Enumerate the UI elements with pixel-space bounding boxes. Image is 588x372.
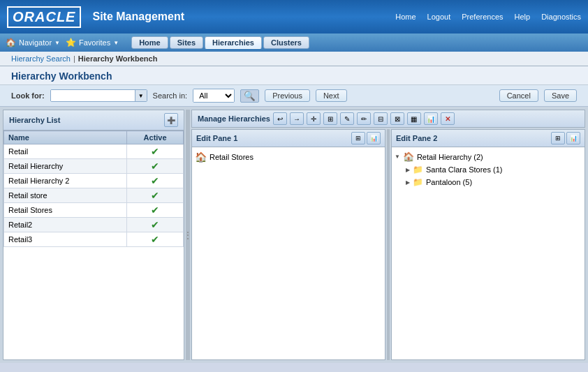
row-active: ✔ bbox=[127, 159, 184, 174]
sub-header: 🏠 Navigator ▼ ⭐ Favorites ▼ Home Sites H… bbox=[0, 34, 588, 52]
manage-delete-icon[interactable]: ⊠ bbox=[390, 112, 404, 125]
row-active: ✔ bbox=[127, 188, 184, 203]
preferences-link[interactable]: Preferences bbox=[462, 13, 503, 21]
edit-pane-1: Edit Pane 1 ⊞ 📊 🏠 Retail Stores bbox=[191, 129, 385, 360]
row-name: Retail store bbox=[4, 188, 127, 203]
col-header-active: Active bbox=[127, 131, 184, 144]
hierarchy-list-title: Hierarchy List bbox=[9, 116, 60, 124]
breadcrumb-hierarchy-search[interactable]: Hierarchy Search bbox=[11, 54, 71, 63]
row-name: Retail3 bbox=[4, 232, 127, 247]
tree-expand-icon-2: ▶ bbox=[406, 179, 410, 186]
edit-pane-divider bbox=[387, 129, 390, 360]
manage-remove-icon[interactable]: ⊟ bbox=[374, 112, 388, 125]
search-input-group: ▼ bbox=[50, 89, 147, 102]
row-name: Retail Hierarchy bbox=[4, 159, 127, 174]
page-title-area: Hierarchy Workbench bbox=[0, 66, 588, 85]
table-row[interactable]: Retail Hierarchy 2✔ bbox=[4, 174, 184, 188]
tree-item-retail-stores[interactable]: 🏠 Retail Stores bbox=[195, 150, 382, 164]
app-title: Site Management bbox=[92, 10, 395, 23]
edit-pane-1-header: Edit Pane 1 ⊞ 📊 bbox=[192, 130, 385, 147]
navigator-arrow-icon: ▼ bbox=[54, 40, 60, 46]
manage-close-icon[interactable]: ✕ bbox=[441, 112, 455, 125]
tree-children: ▶ 📁 Santa Clara Stores (1) ▶ 📁 Pantaloon… bbox=[395, 163, 582, 188]
table-row[interactable]: Retail2✔ bbox=[4, 218, 184, 232]
row-active: ✔ bbox=[127, 232, 184, 247]
diagnostics-link[interactable]: Diagnostics bbox=[541, 13, 581, 21]
edit-pane-1-content: 🏠 Retail Stores bbox=[192, 147, 385, 359]
manage-chart-icon[interactable]: 📊 bbox=[424, 112, 438, 125]
tree-root-icon: 🏠 bbox=[403, 151, 414, 162]
pane2-chart-icon[interactable]: 📊 bbox=[566, 132, 580, 144]
previous-button[interactable]: Previous bbox=[265, 89, 310, 102]
hierarchy-list-header: Hierarchy List ➕ bbox=[3, 110, 184, 131]
search-dropdown-arrow[interactable]: ▼ bbox=[135, 90, 147, 101]
edit-pane-2: Edit Pane 2 ⊞ 📊 ▼ 🏠 Retail Hierarchy (2) bbox=[391, 129, 585, 360]
pane1-chart-icon[interactable]: 📊 bbox=[367, 132, 381, 144]
tree-item-pantaloon[interactable]: ▶ 📁 Pantaloon (5) bbox=[406, 176, 582, 188]
row-active: ✔ bbox=[127, 218, 184, 232]
manage-edit2-icon[interactable]: ✏ bbox=[357, 112, 371, 125]
navigator-btn[interactable]: 🏠 Navigator ▼ bbox=[6, 38, 60, 47]
add-hierarchy-button[interactable]: ➕ bbox=[164, 113, 178, 127]
add-icon: ➕ bbox=[167, 117, 175, 124]
table-row[interactable]: Retail store✔ bbox=[4, 188, 184, 203]
manage-redo-icon[interactable]: → bbox=[290, 112, 304, 125]
favorites-arrow-icon: ▼ bbox=[113, 40, 119, 46]
panel-divider[interactable] bbox=[186, 110, 190, 360]
manage-add-icon[interactable]: ✛ bbox=[307, 112, 321, 125]
manage-edit-icon[interactable]: ✎ bbox=[340, 112, 354, 125]
tree-item-label: Retail Stores bbox=[210, 153, 253, 161]
tab-hierarchies[interactable]: Hierarchies bbox=[205, 36, 262, 49]
row-active: ✔ bbox=[127, 174, 184, 188]
table-row[interactable]: Retail✔ bbox=[4, 144, 184, 159]
folder-icon: 📁 bbox=[413, 165, 423, 174]
toolbar: Look for: ▼ Search in: AllNameActive 🔍 P… bbox=[0, 85, 588, 107]
edit-pane-2-title: Edit Pane 2 bbox=[396, 134, 437, 142]
table-row[interactable]: Retail Hierarchy✔ bbox=[4, 159, 184, 174]
tree-child-label-2: Pantaloon (5) bbox=[426, 178, 472, 186]
manage-undo-icon[interactable]: ↩ bbox=[273, 112, 287, 125]
main-content: Hierarchy List ➕ Name Active Retail✔Reta… bbox=[0, 107, 588, 363]
logout-link[interactable]: Logout bbox=[427, 13, 451, 21]
manage-copy-icon[interactable]: ⊞ bbox=[323, 112, 337, 125]
manage-hierarchies-title: Manage Hierarchies bbox=[198, 114, 270, 123]
edit-panes: Edit Pane 1 ⊞ 📊 🏠 Retail Stores bbox=[191, 129, 585, 360]
cancel-button[interactable]: Cancel bbox=[499, 89, 538, 102]
search-in-group: AllNameActive bbox=[193, 89, 235, 103]
help-link[interactable]: Help bbox=[515, 13, 531, 21]
tab-home[interactable]: Home bbox=[131, 36, 168, 49]
save-button[interactable]: Save bbox=[544, 89, 577, 102]
navigator-label: Navigator bbox=[19, 38, 52, 47]
hierarchy-table-container: Name Active Retail✔Retail Hierarchy✔Reta… bbox=[3, 131, 184, 359]
tree-item-santa-clara[interactable]: ▶ 📁 Santa Clara Stores (1) bbox=[406, 163, 582, 176]
table-row[interactable]: Retail Stores✔ bbox=[4, 203, 184, 218]
search-input[interactable] bbox=[51, 90, 135, 101]
search-in-select[interactable]: AllNameActive bbox=[193, 89, 234, 102]
right-content: Manage Hierarchies ↩ → ✛ ⊞ ✎ ✏ ⊟ ⊠ ▦ 📊 ✕… bbox=[191, 110, 585, 360]
hierarchy-list-panel: Hierarchy List ➕ Name Active Retail✔Reta… bbox=[3, 110, 184, 360]
edit-pane-1-title: Edit Pane 1 bbox=[196, 134, 237, 142]
tree-root-label: Retail Hierarchy (2) bbox=[417, 153, 483, 161]
table-row[interactable]: Retail3✔ bbox=[4, 232, 184, 247]
tab-clusters[interactable]: Clusters bbox=[263, 36, 309, 49]
row-name: Retail Hierarchy 2 bbox=[4, 174, 127, 188]
tree-child-label: Santa Clara Stores (1) bbox=[426, 165, 502, 174]
edit-pane-1-icons: ⊞ 📊 bbox=[351, 132, 381, 144]
tab-sites[interactable]: Sites bbox=[170, 36, 203, 49]
oracle-logo: ORACLE bbox=[7, 6, 81, 28]
next-button[interactable]: Next bbox=[316, 89, 347, 102]
breadcrumb: Hierarchy Search | Hierarchy Workbench bbox=[0, 52, 588, 66]
tree-item-retail-hierarchy[interactable]: ▼ 🏠 Retail Hierarchy (2) bbox=[395, 150, 582, 163]
breadcrumb-current: Hierarchy Workbench bbox=[78, 54, 158, 63]
pane1-expand-icon[interactable]: ⊞ bbox=[351, 132, 365, 144]
home-link[interactable]: Home bbox=[395, 13, 416, 21]
favorites-btn[interactable]: ⭐ Favorites ▼ bbox=[66, 38, 119, 47]
edit-pane-2-header: Edit Pane 2 ⊞ 📊 bbox=[392, 130, 585, 147]
search-button[interactable]: 🔍 bbox=[240, 89, 259, 103]
page-title: Hierarchy Workbench bbox=[11, 70, 577, 82]
row-name: Retail2 bbox=[4, 218, 127, 232]
search-in-label: Search in: bbox=[153, 91, 188, 100]
pane2-expand-icon[interactable]: ⊞ bbox=[551, 132, 565, 144]
navigator-icon: 🏠 bbox=[6, 38, 16, 47]
manage-grid-icon[interactable]: ▦ bbox=[407, 112, 421, 125]
